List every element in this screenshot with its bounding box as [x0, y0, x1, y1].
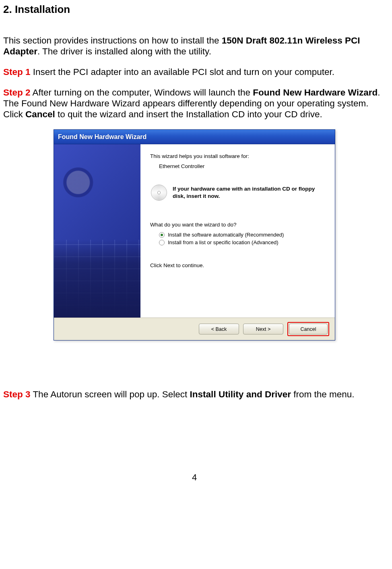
wizard-device-name: Ethernet Controller	[150, 163, 326, 169]
radio-option-advanced[interactable]: Install from a list or specific location…	[159, 239, 326, 245]
wizard-intro-line: This wizard helps you install software f…	[150, 153, 326, 159]
wizard-sidebar-graphic	[54, 144, 140, 318]
page-number: 4	[2, 472, 387, 483]
step-3-label: Step 3	[3, 389, 31, 399]
intro-paragraph: This section provides instructions on ho…	[2, 35, 387, 57]
cd-icon	[151, 185, 167, 201]
step-2-seg-a: After turning on the computer, Windows w…	[31, 87, 253, 98]
intro-post: . The driver is installed along with the…	[37, 46, 211, 56]
step-2: Step 2 After turning on the computer, Wi…	[2, 87, 387, 120]
intro-pre: This section provides instructions on ho…	[3, 35, 222, 46]
wizard-cd-hint: If your hardware came with an installati…	[173, 185, 326, 200]
wizard-continue-text: Click Next to continue.	[150, 262, 326, 268]
step-3-bold-a: Install Utility and Driver	[190, 389, 291, 399]
radio-label-advanced: Install from a list or specific location…	[168, 239, 279, 245]
step-3: Step 3 The Autorun screen will pop up. S…	[2, 389, 387, 400]
wizard-question: What do you want the wizard to do?	[150, 222, 326, 228]
radio-icon	[159, 240, 165, 245]
step-2-label: Step 2	[3, 87, 31, 98]
cancel-button[interactable]: Cancel	[289, 324, 328, 334]
step-1: Step 1 Insert the PCI adapter into an av…	[2, 66, 387, 77]
radio-option-automatic[interactable]: Install the software automatically (Reco…	[159, 232, 326, 238]
radio-icon	[159, 232, 165, 238]
step-3-seg-b: from the menu.	[291, 389, 355, 399]
wizard-button-row: < Back Next > Cancel	[54, 318, 335, 340]
wizard-title: Found New Hardware Wizard	[54, 133, 146, 141]
step-3-seg-a: The Autorun screen will pop up. Select	[31, 389, 190, 399]
wizard-dialog: Found New Hardware Wizard This wizard he…	[54, 129, 335, 341]
next-button[interactable]: Next >	[243, 324, 283, 334]
back-button[interactable]: < Back	[199, 324, 239, 334]
wizard-content: This wizard helps you install software f…	[140, 144, 335, 318]
radio-label-automatic: Install the software automatically (Reco…	[168, 232, 284, 238]
step-2-bold-a: Found New Hardware Wizard	[253, 87, 378, 98]
wizard-titlebar: Found New Hardware Wizard	[54, 130, 335, 144]
section-heading: 2. Installation	[2, 3, 387, 16]
step-2-seg-c: to quit the wizard and insert the Instal…	[55, 109, 322, 119]
step-1-label: Step 1	[3, 67, 31, 77]
cancel-highlight-box: Cancel	[287, 322, 329, 336]
step-2-bold-b: Cancel	[25, 109, 55, 119]
step-1-text: Insert the PCI adapter into an available…	[31, 67, 334, 77]
